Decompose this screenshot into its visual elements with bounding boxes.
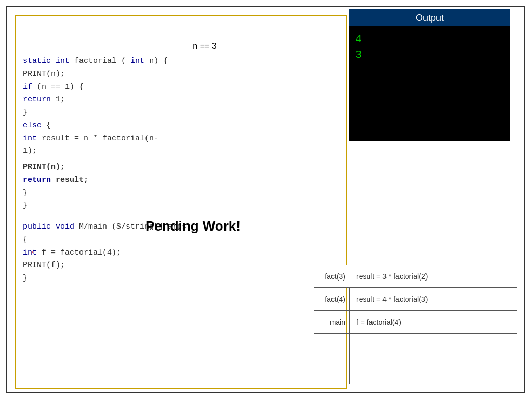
code-line-4: return 1;	[23, 94, 345, 107]
code-line-17: }	[23, 272, 345, 285]
code-line-3: if (n == 1) {	[23, 81, 345, 94]
code-line-9: PRINT(n);	[23, 161, 345, 174]
output-panel: Output 4 3	[349, 9, 510, 141]
call-stack-table: fact(3) result = 3 * factorial(2) fact(4…	[314, 265, 517, 334]
code-line-15: int f = factorial(4);	[23, 247, 345, 260]
output-line-2: 3	[355, 47, 504, 63]
code-line-16: PRINT(f);	[23, 259, 345, 272]
code-line-11: }	[23, 187, 345, 200]
stack-label-fact4: fact(4)	[314, 295, 350, 303]
code-line-6: else {	[23, 119, 345, 132]
output-content: 4 3	[349, 26, 510, 141]
code-area: n == 3 → static int factorial ( int n) {…	[23, 42, 345, 285]
code-line-1: static int factorial ( int n) {	[23, 55, 345, 68]
n-condition: n == 3	[23, 42, 345, 51]
output-title: Output	[349, 9, 510, 26]
code-block: → static int factorial ( int n) { PRINT(…	[23, 55, 345, 285]
kw-static: static	[23, 57, 51, 65]
stack-row-fact3: fact(3) result = 3 * factorial(2)	[314, 265, 517, 288]
code-line-5: }	[23, 107, 345, 119]
code-line-2: PRINT(n);	[23, 68, 345, 81]
code-line-10: return result;	[23, 174, 345, 187]
stack-row-fact4: fact(4) result = 4 * factorial(3)	[314, 288, 517, 311]
code-line-8: 1);	[23, 145, 345, 158]
kw-int: int	[56, 57, 70, 65]
code-line-12: }	[23, 200, 345, 212]
code-line-7: int result = n * factorial(n-	[23, 132, 345, 145]
code-line-14: {	[23, 234, 345, 247]
pending-work-label: Pending Work!	[145, 218, 241, 234]
stack-value-fact3: result = 3 * factorial(2)	[350, 268, 517, 285]
stack-row-main: main f = factorial(4)	[314, 311, 517, 334]
stack-label-main: main	[314, 318, 350, 326]
stack-value-main: f = factorial(4)	[350, 314, 517, 330]
output-line-1: 4	[355, 32, 504, 47]
stack-value-fact4: result = 4 * factorial(3)	[350, 291, 517, 308]
debug-arrow: →	[27, 244, 33, 261]
stack-label-fact3: fact(3)	[314, 272, 350, 281]
